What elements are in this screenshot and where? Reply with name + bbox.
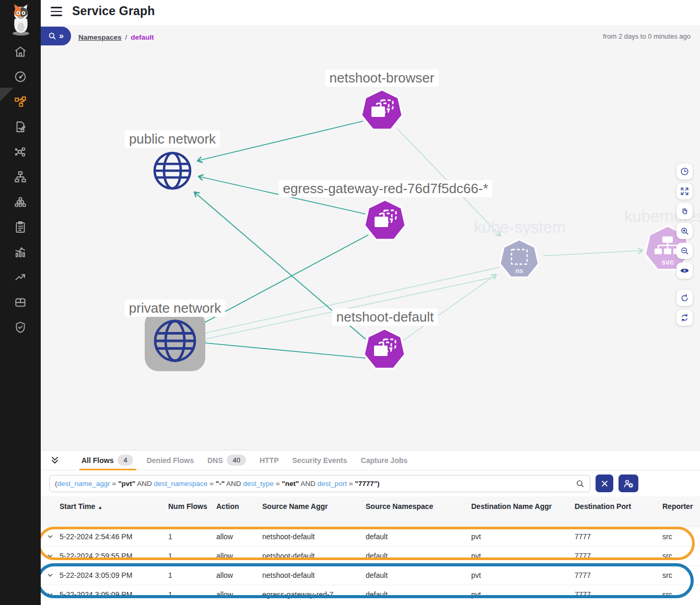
query-token: AND (225, 480, 243, 488)
graph-search-pill[interactable]: » (41, 27, 71, 45)
page-title: Service Graph (72, 4, 155, 18)
label-egress-gateway[interactable]: egress-gateway-red-76d7f5dc66-* (278, 180, 492, 197)
clear-filter-button[interactable] (596, 474, 613, 492)
node-kube-system[interactable]: ns (500, 240, 539, 277)
endpoints-icon (14, 145, 27, 159)
label-private-network[interactable]: private network (125, 300, 225, 317)
service-graph-canvas[interactable]: » Namespaces/default from 2 days to 0 mi… (41, 25, 700, 450)
node-public-network[interactable] (155, 153, 190, 188)
label-netshoot-browser[interactable]: netshoot-browser (325, 69, 439, 87)
row-expand-chevron-icon[interactable] (41, 572, 60, 579)
sidebar-item-compliance[interactable] (14, 220, 27, 234)
cell-source-name: netshoot-default (262, 532, 366, 541)
breadcrumb-namespaces-link[interactable]: Namespaces (78, 33, 122, 41)
col-reporter[interactable]: Reporter (662, 502, 700, 512)
zoom-in-icon (680, 226, 690, 236)
panel-tabs: All Flows 4 Denied Flows DNS 40 HTTP Sec… (41, 450, 700, 470)
cell-source-namespace: default (366, 590, 471, 599)
refresh-button[interactable] (676, 310, 693, 326)
time-button[interactable] (676, 163, 693, 180)
calico-cat-logo[interactable] (7, 3, 34, 37)
node-egress-gateway[interactable] (365, 200, 405, 240)
tab-label: DNS (207, 456, 223, 465)
col-num-flows[interactable]: Num Flows (168, 502, 216, 512)
sidebar-item-endpoints[interactable] (14, 145, 27, 159)
cell-num-flows: 1 (168, 571, 216, 579)
cell-dest-name: pvt (471, 552, 575, 560)
tab-capture-jobs[interactable]: Capture Jobs (361, 450, 407, 470)
tab-denied-flows[interactable]: Denied Flows (147, 450, 194, 470)
menu-hamburger-icon[interactable] (51, 7, 62, 16)
cell-start-time: 5-22-2024 3:05:09 PM (60, 590, 168, 599)
sidebar-item-security[interactable] (14, 321, 27, 334)
sidebar-item-dashboard[interactable] (14, 70, 27, 84)
sidebar-item-network[interactable] (14, 170, 27, 184)
filter-search-icon[interactable] (576, 479, 585, 488)
tab-label: Denied Flows (147, 456, 194, 465)
pan-button[interactable] (676, 203, 693, 219)
zoom-out-icon (680, 246, 690, 256)
col-dest-name-aggr[interactable]: Destination Name Aggr (471, 502, 575, 512)
label-public-network[interactable]: public network (125, 131, 220, 148)
query-token: = (347, 480, 355, 488)
table-row[interactable]: 5-22-2024 3:05:09 PM 1 allow egress-gate… (41, 585, 700, 604)
cell-action: allow (216, 552, 262, 560)
breadcrumb-current: default (131, 33, 154, 41)
sidebar-item-trends[interactable] (14, 270, 27, 284)
eye-icon (680, 266, 690, 276)
collapse-panel-icon[interactable] (49, 455, 61, 466)
col-action[interactable]: Action (216, 502, 262, 512)
tab-dns[interactable]: DNS 40 (207, 450, 246, 470)
table-row[interactable]: 5-22-2024 3:05:09 PM 1 allow netshoot-de… (41, 565, 700, 585)
col-source-namespace[interactable]: Source Namespace (366, 502, 471, 512)
label-kube-system[interactable]: kube-system (474, 218, 566, 237)
sidebar-item-storage[interactable] (14, 295, 27, 309)
col-dest-port[interactable]: Destination Port (575, 502, 662, 512)
filter-query-input[interactable]: (dest_name_aggr = "pvt" AND dest_namespa… (49, 475, 590, 492)
row-expand-chevron-icon[interactable] (41, 552, 60, 560)
fit-screen-button[interactable] (676, 183, 693, 199)
node-netshoot-browser[interactable] (361, 90, 402, 129)
sidebar-item-home[interactable] (14, 45, 27, 58)
network-tree-icon (14, 170, 27, 184)
label-netshoot-default[interactable]: netshoot-default (332, 309, 438, 326)
sidebar-item-policies[interactable] (14, 120, 27, 134)
cell-source-name: netshoot-default (262, 552, 366, 560)
table-header-row: Start Time▲ Num Flows Action Source Name… (41, 496, 700, 527)
col-source-name-aggr[interactable]: Source Name Aggr (262, 502, 366, 512)
gauge-icon (14, 70, 27, 84)
cell-reporter: src (662, 571, 700, 579)
cell-action: allow (216, 590, 262, 599)
table-row[interactable]: 5-22-2024 2:54:46 PM 1 allow netshoot-de… (41, 527, 700, 546)
tab-all-flows[interactable]: All Flows 4 (81, 450, 133, 470)
tab-security-events[interactable]: Security Events (293, 450, 347, 470)
zoom-out-button[interactable] (676, 243, 693, 259)
sidebar-item-clusters[interactable] (14, 195, 27, 209)
zoom-in-button[interactable] (676, 223, 693, 239)
query-token: = (207, 480, 215, 488)
user-settings-button[interactable] (619, 474, 638, 492)
node-netshoot-default[interactable] (364, 329, 405, 369)
tab-http[interactable]: HTTP (260, 450, 279, 470)
query-token: = (274, 480, 282, 488)
sidebar-item-service-graph[interactable] (14, 95, 27, 109)
visibility-button[interactable] (676, 263, 693, 279)
policy-document-icon (14, 120, 27, 134)
col-start-time[interactable]: Start Time▲ (60, 502, 168, 512)
cell-reporter: src (662, 590, 700, 599)
sidebar-item-reports[interactable] (14, 245, 27, 259)
undo-button[interactable] (676, 290, 693, 306)
cell-num-flows: 1 (168, 532, 216, 541)
cell-dest-name: pvt (471, 532, 575, 541)
cell-dest-port: 7777 (575, 552, 662, 560)
table-row[interactable]: 5-22-2024 2:59:55 PM 1 allow netshoot-de… (41, 546, 700, 565)
query-token: dest_name_aggr (57, 480, 110, 488)
row-expand-chevron-icon[interactable] (41, 533, 60, 540)
row-expand-chevron-icon[interactable] (41, 591, 60, 598)
cell-reporter: src (662, 552, 700, 560)
cell-action: allow (216, 571, 262, 579)
tab-label: All Flows (81, 456, 113, 465)
clock-icon (680, 167, 690, 176)
query-token: dest_port (318, 480, 347, 488)
cell-action: allow (216, 532, 262, 541)
